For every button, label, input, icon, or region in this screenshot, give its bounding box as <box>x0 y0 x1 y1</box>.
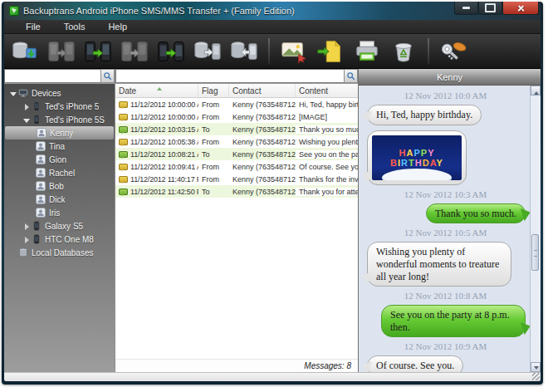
sidebar-item-galaxy-s5[interactable]: Galaxy S5 <box>4 219 115 233</box>
sidebar-item-tina[interactable]: Tina <box>4 140 115 153</box>
table-row[interactable]: 11/12/2012 10:09:41 AM From Kenny (76354… <box>115 160 358 173</box>
maximize-button[interactable] <box>478 2 502 15</box>
menu-help[interactable]: Help <box>98 22 137 32</box>
table-row[interactable]: 11/12/2012 11:42:50 PM To Kenny (7635487… <box>115 185 358 198</box>
cell-content: Thank you for atte... <box>296 188 358 196</box>
window-controls <box>454 2 539 20</box>
sidebar-item-iris[interactable]: Iris <box>4 206 115 219</box>
messages-search-row <box>115 69 358 84</box>
sidebar-item-label: Local Databases <box>32 248 94 257</box>
transfer-iphone-to-iphone-icon <box>157 39 185 64</box>
sidebar-item-local-databases[interactable]: Local Databases <box>4 246 115 259</box>
scroll-up-button[interactable] <box>531 86 541 96</box>
birthday-image-text: BIRTHDAY <box>390 158 443 168</box>
export-images-button[interactable] <box>276 37 311 66</box>
cell-contact: Kenny (763548712) <box>229 100 296 109</box>
register-key-button[interactable] <box>436 37 471 66</box>
sidebar-item-htc-one-m8[interactable]: HTC One M8 <box>4 233 115 246</box>
sidebar-item-label: HTC One M8 <box>45 235 94 244</box>
cake-graphic <box>382 169 452 180</box>
minimize-button[interactable] <box>454 2 478 15</box>
close-button[interactable] <box>502 2 539 15</box>
chat-panel: Kenny 12 Nov 2012 10:0 AM Hi, Ted, happy… <box>358 69 541 372</box>
cell-content: Hi, Ted, happy birth... <box>296 100 358 109</box>
outgoing-bubble: See you on the party at 8 p.m. then. <box>381 305 526 337</box>
column-header-date[interactable]: Date <box>115 84 198 97</box>
messages-search-button[interactable] <box>344 69 358 83</box>
transfer-phone-to-phone-button[interactable] <box>117 37 152 66</box>
menu-file[interactable]: File <box>16 22 51 32</box>
table-footer: Messages: 8 <box>115 359 358 372</box>
scrollbar-thumb[interactable] <box>531 234 539 271</box>
maximize-icon <box>485 3 496 12</box>
transfer-android-to-android-icon <box>47 39 76 64</box>
column-header-flag[interactable]: Flag <box>198 84 229 97</box>
sidebar-item-devices[interactable]: Devices <box>4 86 115 100</box>
scroll-down-button[interactable] <box>531 362 541 372</box>
sidebar-item-label: Kenny <box>50 129 73 138</box>
export-file-button[interactable] <box>313 37 348 66</box>
transfer-iphone-to-iphone-button[interactable] <box>154 37 188 66</box>
table-row[interactable]: 11/12/2012 10:03:15 AM To Kenny (7635487… <box>115 123 358 135</box>
delete-button[interactable] <box>386 37 421 66</box>
table-row[interactable]: 11/12/2012 10:00:00 AM From Kenny (76354… <box>115 110 358 123</box>
sidebar-item-dick[interactable]: Dick <box>4 193 115 206</box>
sidebar-item-gion[interactable]: Gion <box>4 153 115 166</box>
column-label: Contact <box>232 86 261 96</box>
table-row[interactable]: 11/12/2012 11:40:17 PM From Kenny (76354… <box>115 173 358 185</box>
caret-placeholder <box>9 249 17 257</box>
copy-phone-to-database-icon <box>230 39 258 64</box>
table-row[interactable]: 11/12/2012 10:00:00 AM From Kenny (76354… <box>115 98 358 110</box>
chat-timestamp: 12 Nov 2012 10:0 AM <box>364 91 527 100</box>
desktop: Backuptrans Android iPhone SMS/MMS Trans… <box>0 0 548 392</box>
phone-icon <box>32 234 42 244</box>
copy-phone-to-database-button[interactable] <box>227 37 262 66</box>
phone-icon <box>32 115 42 125</box>
sidebar-item-bob[interactable]: Bob <box>4 179 115 193</box>
table-row[interactable]: 11/12/2012 10:05:38 AM From Kenny (76354… <box>115 135 358 148</box>
titlebar[interactable]: Backuptrans Android iPhone SMS/MMS Trans… <box>4 2 541 20</box>
sidebar-item-label: Galaxy S5 <box>45 222 83 231</box>
sidebar-item-label: Dick <box>49 195 65 204</box>
contact-icon <box>37 128 46 138</box>
sidebar-search-input[interactable] <box>4 69 100 83</box>
sidebar-item-rachel[interactable]: Rachel <box>4 166 115 179</box>
transfer-phone-to-phone-icon <box>120 39 149 64</box>
cell-flag: From <box>198 113 229 121</box>
cell-contact: Kenny (763548712) <box>229 163 296 171</box>
backup-to-database-button[interactable] <box>7 37 42 66</box>
sidebar-item-teds-iphone-5[interactable]: Ted's iPhone 5 <box>4 100 115 113</box>
messages-search-input[interactable] <box>115 69 344 83</box>
menubar: File Tools Help <box>4 20 541 34</box>
menu-tools[interactable]: Tools <box>54 22 95 32</box>
transfer-android-to-android-button[interactable] <box>44 37 79 66</box>
incoming-message-icon <box>119 114 128 120</box>
resize-grip[interactable] <box>532 373 540 380</box>
mms-image-bubble: HAPPY BIRTHDAY <box>367 130 467 185</box>
sidebar-item-label: Ted's iPhone 5 <box>45 102 99 111</box>
contact-icon <box>36 154 46 164</box>
incoming-bubble: Hi, Ted, happy birthday. <box>367 105 482 125</box>
column-header-contact[interactable]: Contact <box>229 84 296 97</box>
cell-content: Thank you so much. <box>296 125 358 134</box>
transfer-android-to-iphone-button[interactable] <box>81 37 115 66</box>
caret-expanded-icon <box>9 90 17 97</box>
chat-timestamp: 12 Nov 2012 10:9 AM <box>364 341 527 351</box>
incoming-message-icon <box>119 101 128 108</box>
messages-panel: Date Flag Contact Content 11/12/2012 10:… <box>115 69 358 372</box>
sidebar-search-button[interactable] <box>100 69 115 83</box>
sidebar-item-teds-iphone-5s[interactable]: Ted's iPhone 5S <box>4 113 115 126</box>
print-button[interactable] <box>350 37 384 66</box>
column-header-content[interactable]: Content <box>296 84 358 97</box>
cell-content: Thanks for the invit... <box>296 175 358 184</box>
column-label: Content <box>299 86 328 96</box>
cell-content: Wishing you plenty... <box>296 138 358 146</box>
table-row[interactable]: 11/12/2012 10:08:21 AM To Kenny (7635487… <box>115 148 358 160</box>
phone-icon <box>32 101 42 111</box>
chat-contact-name: Kenny <box>437 72 462 82</box>
sidebar-item-kenny[interactable]: Kenny <box>5 126 114 140</box>
devices-icon <box>18 88 28 98</box>
chat-scrollbar[interactable] <box>530 86 541 372</box>
sidebar-item-label: Tina <box>49 142 65 151</box>
restore-database-to-phone-button[interactable] <box>190 37 225 66</box>
